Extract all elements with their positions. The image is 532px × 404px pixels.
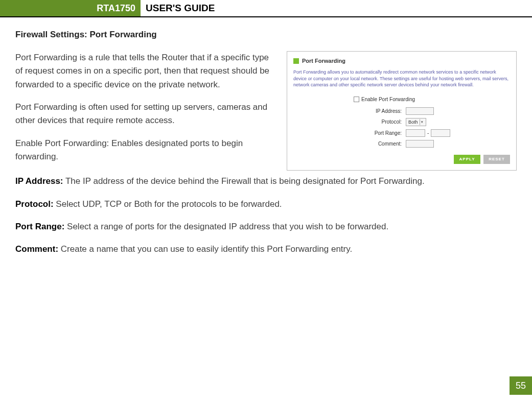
panel-description: Port Forwarding allows you to automatica…: [293, 69, 510, 88]
paragraph-2: Port Forwarding is often used for settin…: [15, 101, 277, 128]
paragraph-3: Enable Port Forwarding: Enables designat…: [15, 137, 277, 164]
comment-label: Comment:: [293, 141, 406, 147]
protocol-label: Protocol:: [293, 119, 406, 125]
header-bar: RTA1750 USER'S GUIDE: [0, 0, 532, 17]
definition-protocol: Protocol: Select UDP, TCP or Both for th…: [15, 198, 517, 211]
header-model: RTA1750: [0, 0, 141, 16]
port-start-input[interactable]: [406, 129, 425, 137]
ip-input[interactable]: [406, 107, 434, 115]
page-number: 55: [510, 376, 532, 395]
paragraph-1: Port Forwarding is a rule that tells the…: [15, 51, 277, 91]
port-end-input[interactable]: [431, 129, 450, 137]
chevron-down-icon: ▾: [420, 119, 425, 125]
apply-button[interactable]: APPLY: [454, 155, 480, 164]
section-heading: Firewall Settings: Port Forwarding: [15, 30, 517, 40]
header-title: USER'S GUIDE: [141, 0, 215, 16]
definition-ip: IP Address: The IP address of the device…: [15, 175, 517, 188]
intro-column: Port Forwarding is a rule that tells the…: [15, 51, 277, 173]
panel-marker-icon: [293, 58, 299, 64]
enable-label: Enable Port Forwarding: [361, 97, 415, 102]
port-forwarding-panel: Port Forwarding Port Forwarding allows y…: [287, 51, 517, 171]
enable-checkbox[interactable]: [354, 97, 359, 102]
definition-portrange: Port Range: Select a range of ports for …: [15, 220, 517, 233]
ip-label: IP Address:: [293, 108, 406, 114]
comment-input[interactable]: [406, 140, 434, 148]
reset-button[interactable]: RESET: [483, 155, 510, 164]
panel-title: Port Forwarding: [302, 58, 345, 64]
protocol-select[interactable]: Both ▾: [406, 118, 426, 126]
port-dash: -: [427, 130, 429, 136]
portrange-label: Port Range:: [293, 130, 406, 136]
protocol-value: Both: [408, 120, 418, 125]
footer: 55: [510, 376, 532, 395]
definition-comment: Comment: Create a name that you can use …: [15, 243, 517, 256]
